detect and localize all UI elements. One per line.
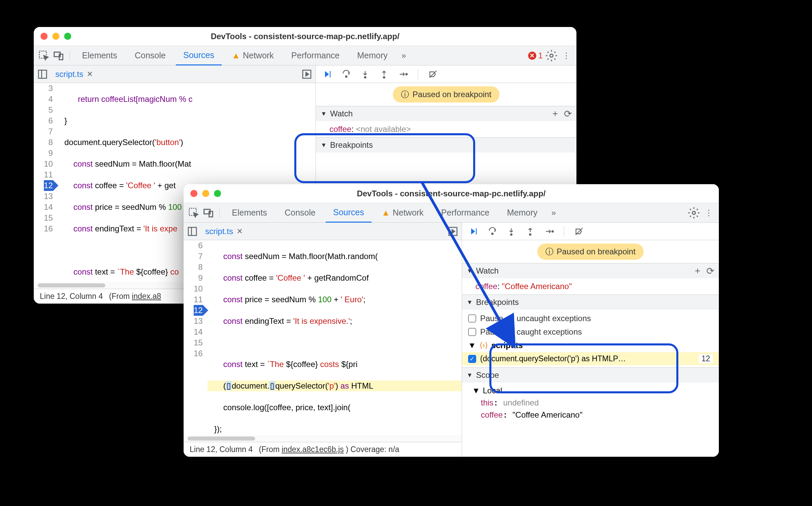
source-text: const seedNum = Math.floor(Math.random( …	[208, 240, 462, 435]
tab-network[interactable]: ▲Network	[224, 46, 281, 65]
tab-console[interactable]: Console	[127, 46, 173, 65]
breakpoints-header[interactable]: ▼Breakpoints	[316, 138, 576, 152]
watch-item[interactable]: coffee: <not available>	[316, 123, 576, 135]
device-icon[interactable]	[202, 207, 215, 219]
checkbox-checked-icon[interactable]: ✓	[468, 355, 476, 363]
scrollbar-horizontal[interactable]	[184, 435, 462, 442]
chevron-down-icon: ▼	[468, 341, 476, 350]
breakpoints-header[interactable]: ▼Breakpoints	[462, 295, 719, 310]
source-panel: script.ts✕ 678910111213141516 const seed…	[184, 223, 462, 457]
debug-toolbar	[316, 65, 576, 83]
watch-item[interactable]: coffee: "Coffee Americano"	[462, 280, 719, 292]
step-over-icon[interactable]	[340, 68, 352, 80]
chevron-down-icon: ▼	[472, 386, 480, 395]
inspect-icon[interactable]	[188, 207, 200, 219]
scope-section: ▼Scope ▼Local this: undefined coffee: "C…	[462, 367, 719, 423]
inspect-icon[interactable]	[38, 50, 50, 62]
tab-elements[interactable]: Elements	[75, 46, 125, 65]
chevron-down-icon: ▼	[321, 142, 327, 149]
device-icon[interactable]	[53, 50, 65, 62]
scope-local[interactable]: ▼Local	[462, 385, 719, 397]
svg-point-12	[406, 73, 407, 75]
js-file-icon: ⟨›⟩	[480, 341, 488, 350]
svg-rect-4	[38, 70, 47, 78]
gutter[interactable]: 678910111213141516	[184, 240, 208, 435]
more-tabs-icon[interactable]: »	[398, 50, 410, 62]
svg-marker-7	[306, 72, 309, 76]
tab-memory[interactable]: Memory	[350, 46, 395, 65]
svg-point-25	[529, 234, 531, 235]
run-snippet-icon[interactable]	[301, 69, 312, 80]
step-icon[interactable]	[397, 68, 409, 80]
gutter[interactable]: 345678910111213141516	[34, 83, 58, 282]
tab-elements[interactable]: Elements	[224, 203, 274, 223]
chevron-down-icon: ▼	[467, 372, 473, 379]
minimize-icon[interactable]	[202, 190, 209, 197]
pause-banner: ⓘPaused on breakpoint	[316, 83, 576, 106]
tab-console[interactable]: Console	[277, 203, 323, 223]
checkbox-icon[interactable]	[468, 328, 476, 336]
more-tabs-icon[interactable]: »	[548, 207, 560, 219]
watch-header[interactable]: ▼Watch+⟳	[462, 263, 719, 278]
file-tabs: script.ts✕	[184, 223, 462, 240]
deactivate-bp-icon[interactable]	[427, 68, 439, 80]
svg-point-11	[383, 77, 385, 78]
file-tabs: script.ts✕	[34, 65, 316, 83]
scope-var-this[interactable]: this: undefined	[462, 397, 719, 409]
refresh-icon[interactable]: ⟳	[706, 265, 714, 277]
pause-caught-checkbox[interactable]: Pause on caught exceptions	[462, 325, 719, 339]
close-tab-icon[interactable]: ✕	[87, 70, 93, 79]
file-tab-script[interactable]: script.ts✕	[51, 65, 97, 83]
step-out-icon[interactable]	[378, 68, 390, 80]
main-tabbar: Elements Console Sources ▲Network Perfor…	[184, 203, 719, 223]
tab-performance[interactable]: Performance	[434, 203, 497, 223]
kebab-icon[interactable]: ⋮	[560, 50, 572, 62]
svg-point-3	[550, 54, 553, 57]
breakpoint-entry[interactable]: ✓(document.querySelector('p') as HTMLP…1…	[462, 352, 719, 365]
refresh-icon[interactable]: ⟳	[564, 108, 572, 119]
navigator-icon[interactable]	[187, 226, 198, 237]
step-into-icon[interactable]	[359, 68, 371, 80]
pause-uncaught-checkbox[interactable]: Pause on uncaught exceptions	[462, 312, 719, 325]
run-snippet-icon[interactable]	[448, 226, 458, 237]
main-tabbar: Elements Console Sources ▲Network Perfor…	[34, 46, 576, 65]
watch-header[interactable]: ▼Watch+⟳	[316, 106, 576, 121]
svg-marker-21	[452, 229, 455, 233]
devtools-window-2: DevTools - consistent-source-map-pc.netl…	[184, 184, 719, 457]
titlebar: DevTools - consistent-source-map-pc.netl…	[34, 27, 576, 46]
settings-icon[interactable]	[688, 207, 700, 219]
tab-network[interactable]: ▲Network	[374, 203, 431, 223]
step-icon[interactable]	[543, 225, 555, 237]
add-watch-icon[interactable]: +	[695, 265, 700, 277]
breakpoint-file[interactable]: ▼⟨›⟩script.ts	[462, 339, 719, 352]
tab-performance[interactable]: Performance	[284, 46, 347, 65]
scope-header[interactable]: ▼Scope	[462, 368, 719, 383]
deactivate-bp-icon[interactable]	[573, 225, 585, 237]
step-over-icon[interactable]	[486, 225, 498, 237]
step-into-icon[interactable]	[505, 225, 517, 237]
tab-sources[interactable]: Sources	[176, 46, 222, 65]
close-tab-icon[interactable]: ✕	[237, 227, 243, 236]
error-badge[interactable]: ✕1	[528, 51, 543, 60]
kebab-icon[interactable]: ⋮	[703, 207, 715, 219]
step-out-icon[interactable]	[524, 225, 536, 237]
scope-var-coffee[interactable]: coffee: "Coffee Americano"	[462, 409, 719, 421]
close-icon[interactable]	[190, 190, 197, 197]
navigator-icon[interactable]	[37, 69, 48, 80]
close-icon[interactable]	[40, 33, 48, 40]
error-icon: ✕	[528, 52, 536, 60]
file-tab-script[interactable]: script.ts✕	[201, 223, 247, 240]
svg-rect-18	[188, 227, 196, 235]
tab-memory[interactable]: Memory	[499, 203, 545, 223]
traffic-lights	[40, 33, 71, 40]
add-watch-icon[interactable]: +	[552, 108, 558, 119]
checkbox-icon[interactable]	[468, 314, 476, 322]
resume-icon[interactable]	[467, 225, 480, 237]
zoom-icon[interactable]	[214, 190, 221, 197]
resume-icon[interactable]	[321, 68, 333, 80]
settings-icon[interactable]	[545, 50, 558, 62]
minimize-icon[interactable]	[52, 33, 59, 40]
code-editor[interactable]: 678910111213141516 const seedNum = Math.…	[184, 240, 462, 435]
zoom-icon[interactable]	[64, 33, 71, 40]
tab-sources[interactable]: Sources	[326, 203, 372, 223]
